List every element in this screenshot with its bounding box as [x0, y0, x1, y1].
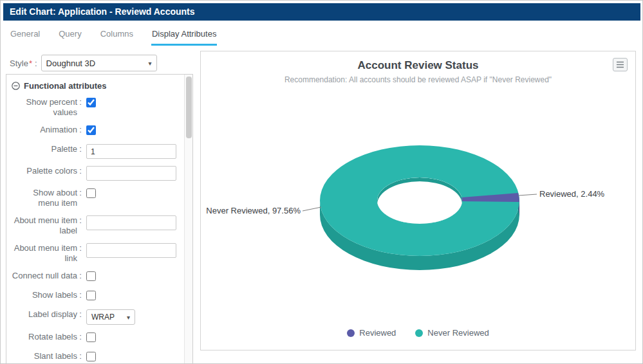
- style-field-row: Style* : Doughnut 3D: [10, 55, 157, 71]
- connect-null-data-label: Connect null data: [10, 271, 77, 281]
- data-label-reviewed: Reviewed, 2.44%: [539, 189, 605, 199]
- required-asterisk: *: [29, 59, 32, 68]
- label-display-label: Label display: [10, 309, 77, 320]
- label-display-select-wrap: WRAP: [86, 309, 135, 325]
- field-row-show-labels: Show labels :: [10, 290, 180, 302]
- label-display-select[interactable]: WRAP: [86, 309, 135, 325]
- tab-display-attributes[interactable]: Display Attributes: [151, 28, 217, 46]
- doughnut-3d-chart: Never Reviewed, 97.56% Reviewed, 2.44%: [201, 51, 637, 351]
- tab-bar: General Query Columns Display Attributes: [10, 28, 217, 46]
- animation-label: Animation: [10, 125, 77, 135]
- slant-labels-label: Slant labels: [10, 351, 77, 361]
- slant-labels-checkbox[interactable]: [86, 352, 96, 361]
- connect-null-data-checkbox[interactable]: [86, 271, 96, 281]
- field-row-connect-null-data: Connect null data :: [10, 271, 180, 283]
- legend-dot-reviewed: [347, 329, 355, 337]
- chart-legend: Reviewed Never Reviewed: [201, 328, 635, 338]
- rotate-labels-label: Rotate labels: [10, 332, 77, 342]
- field-row-slant-labels: Slant labels :: [10, 351, 180, 363]
- animation-checkbox[interactable]: [86, 125, 96, 135]
- scrollbar-thumb[interactable]: [186, 77, 192, 138]
- palette-colors-label: Palette colors: [10, 166, 77, 176]
- field-row-show-about-menu-item: Show about menu item :: [10, 188, 180, 208]
- field-row-palette-colors: Palette colors :: [10, 166, 180, 181]
- about-menu-item-label-label: About menu item label: [10, 215, 77, 236]
- field-row-palette: Palette :: [10, 144, 180, 159]
- field-row-about-menu-item-label: About menu item label :: [10, 215, 180, 236]
- attributes-panel: Functional attributes Show percent value…: [6, 74, 193, 364]
- field-row-about-menu-item-link: About menu item link :: [10, 243, 180, 264]
- legend-dot-never-reviewed: [415, 329, 423, 337]
- about-menu-item-link-input[interactable]: [86, 243, 176, 258]
- style-select[interactable]: Doughnut 3D: [41, 55, 157, 71]
- field-row-label-display: Label display : WRAP: [10, 309, 180, 325]
- tab-query[interactable]: Query: [58, 28, 82, 46]
- show-about-menu-item-checkbox[interactable]: [86, 188, 96, 198]
- style-label: Style*: [10, 59, 32, 68]
- section-title: Functional attributes: [24, 81, 107, 91]
- collapse-minus-icon: [12, 82, 20, 90]
- page-title: Edit Chart: Application - Reviewd Accoun…: [10, 6, 195, 17]
- show-labels-label: Show labels: [10, 290, 77, 300]
- panel-scrollbar[interactable]: [184, 75, 192, 363]
- legend-label-reviewed: Reviewed: [359, 328, 396, 338]
- chart-panel: Account Review Status Recommendation: Al…: [200, 51, 636, 350]
- show-about-menu-item-label: Show about menu item: [10, 188, 77, 208]
- style-select-wrap: Doughnut 3D: [41, 55, 157, 71]
- rotate-labels-checkbox[interactable]: [86, 332, 96, 342]
- legend-label-never-reviewed: Never Reviewed: [427, 328, 489, 338]
- field-row-animation: Animation :: [10, 125, 180, 137]
- functional-attributes-header[interactable]: Functional attributes: [12, 81, 180, 91]
- show-percent-values-checkbox[interactable]: [86, 98, 96, 107]
- tab-columns[interactable]: Columns: [100, 28, 134, 46]
- tab-general[interactable]: General: [10, 28, 41, 46]
- about-menu-item-link-label: About menu item link: [10, 243, 77, 264]
- palette-input[interactable]: [86, 144, 176, 159]
- palette-colors-input[interactable]: [86, 166, 176, 181]
- legend-item-never-reviewed[interactable]: Never Reviewed: [415, 328, 489, 338]
- show-percent-values-label: Show percent values: [10, 97, 77, 118]
- field-row-show-percent-values: Show percent values :: [10, 97, 180, 118]
- header-bar: Edit Chart: Application - Reviewd Accoun…: [3, 3, 640, 21]
- palette-label: Palette: [10, 144, 77, 154]
- field-row-rotate-labels: Rotate labels :: [10, 332, 180, 344]
- about-menu-item-label-input[interactable]: [86, 215, 176, 230]
- legend-item-reviewed[interactable]: Reviewed: [347, 328, 396, 338]
- data-label-never-reviewed: Never Reviewed, 97.56%: [206, 206, 301, 215]
- show-labels-checkbox[interactable]: [86, 291, 96, 300]
- right-label-connector: [518, 194, 537, 196]
- left-label-connector: [303, 207, 321, 211]
